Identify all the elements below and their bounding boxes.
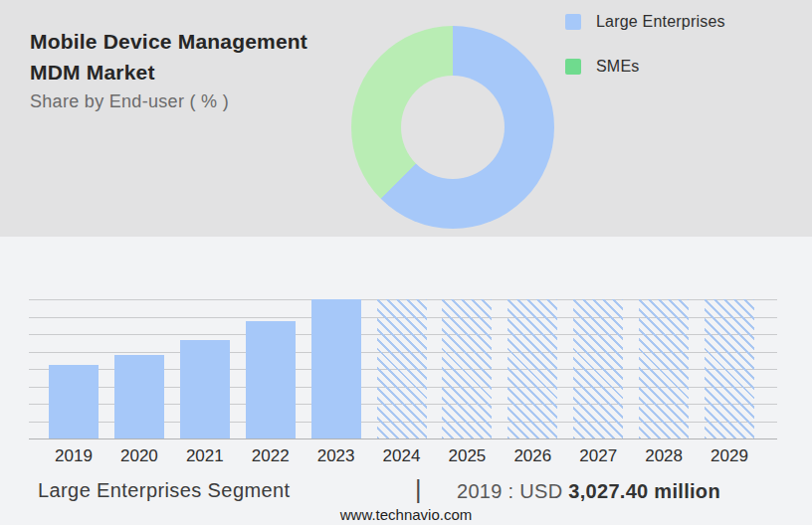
legend-swatch-large-enterprises (565, 14, 581, 30)
footer-value: 2019 : USD 3,027.40 million (457, 480, 720, 503)
x-axis-label-2021: 2021 (186, 446, 224, 466)
bar-2022 (246, 321, 296, 438)
infographic-root: Mobile Device Management MDM Market Shar… (0, 0, 812, 525)
bar-2028-forecast (639, 299, 689, 438)
bar-2029-forecast (705, 299, 754, 438)
page-subtitle: Share by End-user ( % ) (30, 91, 338, 112)
title-block: Mobile Device Management MDM Market Shar… (30, 26, 338, 112)
x-axis-label-2026: 2026 (513, 446, 551, 466)
x-axis-label-2020: 2020 (120, 446, 158, 466)
bar-2019 (49, 365, 99, 438)
footer-separator: | (415, 475, 422, 504)
bar-2027-forecast (573, 299, 623, 438)
segment-label: Large Enterprises Segment (38, 479, 290, 502)
legend: Large Enterprises SMEs (565, 13, 725, 76)
legend-item-smes: SMEs (565, 58, 725, 76)
bar-2024-forecast (377, 299, 427, 438)
bar-chart-section: 2019202020212022202320242025202620272028… (0, 237, 812, 525)
x-axis-label-2019: 2019 (55, 446, 93, 466)
x-axis-label-2022: 2022 (252, 446, 290, 466)
legend-label-smes: SMEs (596, 58, 639, 76)
legend-label-large-enterprises: Large Enterprises (596, 13, 725, 31)
bar-2026-forecast (508, 299, 557, 438)
x-axis-label-2029: 2029 (710, 446, 748, 466)
donut-hole (401, 76, 505, 179)
page-title-line1: Mobile Device Management (30, 26, 338, 57)
bar-2025-forecast (442, 299, 492, 438)
x-axis-label-2023: 2023 (317, 446, 355, 466)
page-title-line2: MDM Market (30, 57, 338, 88)
x-axis-label-2024: 2024 (383, 446, 421, 466)
x-axis-label-2025: 2025 (448, 446, 486, 466)
x-axis-label-2028: 2028 (645, 446, 683, 466)
donut-chart (351, 26, 554, 229)
footer-value-prefix: 2019 : USD (457, 480, 568, 502)
website-text: www.technavio.com (0, 506, 812, 523)
header-section: Mobile Device Management MDM Market Shar… (0, 0, 812, 237)
x-axis-label-2027: 2027 (579, 446, 617, 466)
bar-2020 (114, 355, 164, 438)
bar-chart: 2019202020212022202320242025202620272028… (29, 299, 777, 438)
footer-value-bold: 3,027.40 million (568, 480, 720, 502)
bar-2023 (311, 299, 361, 438)
axis-baseline (29, 438, 777, 439)
bar-2021 (180, 340, 230, 438)
legend-swatch-smes (565, 59, 581, 75)
legend-item-large-enterprises: Large Enterprises (565, 13, 725, 31)
